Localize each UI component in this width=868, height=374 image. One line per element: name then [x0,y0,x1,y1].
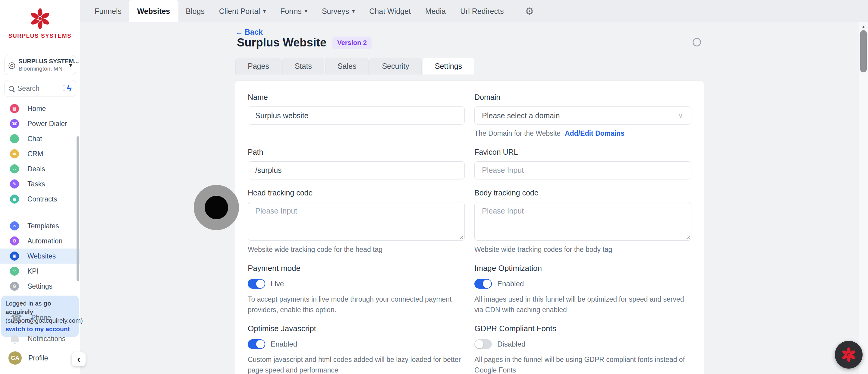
optimise-javascript-state: Enabled [271,340,297,348]
head-tracking-helper: Website wide tracking code for the head … [248,244,465,255]
scroll-up-arrow-icon[interactable]: ▲ [859,22,868,29]
sidebar-item-notifications[interactable]: Notifications [0,331,80,346]
sidebar-item-settings[interactable]: ⚙ Settings [0,279,80,294]
tab-stats[interactable]: Stats [282,58,324,75]
sidebar-item-label: KPI [27,267,38,276]
nav-label: Funnels [95,7,121,16]
payment-mode-toggle[interactable] [248,279,265,289]
nav-item-forms[interactable]: Forms ▾ [273,0,315,22]
nav-item-chat-widget[interactable]: Chat Widget [362,0,418,22]
top-navigation: Funnels Websites Blogs Client Portal ▾ F… [80,0,868,22]
back-link[interactable]: ←Back [236,28,263,36]
gdpr-fonts-helper: All pages in the funnel will be using GD… [474,354,691,374]
domain-helper-text: The Domain for the Website - [474,130,565,137]
sidebar-item-deals[interactable]: ∴ Deals [0,161,80,176]
website-tabs: Pages Stats Sales Security Settings [236,58,474,75]
sidebar-item-label: Deals [27,165,45,173]
nav-item-funnels[interactable]: Funnels [87,0,129,22]
chevron-down-icon: ∨ [678,111,683,120]
gdpr-fonts-label: GDPR Compliant Fonts [474,324,691,333]
domain-field: Domain Please select a domain ∨ The Doma… [474,93,691,139]
nav-item-url-redirects[interactable]: Url Redirects [453,0,511,22]
sidebar-scrollbar[interactable] [76,136,79,281]
location-city: Bloomington, MN [19,65,66,72]
sidebar-item-templates[interactable]: ✉ Templates [0,219,80,233]
sidebar-secondary-menu: ✉ Templates ⚙ Automation ▣ Websites ∵ KP… [0,219,80,294]
domain-helper: The Domain for the Website -Add/Edit Dom… [474,128,691,139]
nav-item-client-portal[interactable]: Client Portal ▾ [212,0,273,22]
location-pin-icon: ◎ [8,61,16,69]
tab-security[interactable]: Security [370,58,421,75]
sidebar-item-label: Contracts [27,195,57,203]
body-tracking-field: Body tracking code Website wide tracking… [474,189,691,255]
sidebar-item-label: Settings [27,282,53,290]
sidebar-item-home[interactable]: ▦ Home [0,101,80,116]
sidebar-item-label: Tasks [27,180,45,188]
phone-label: Phone [31,314,51,322]
gdpr-fonts-toggle[interactable] [474,339,492,349]
contact-person-icon: ☻ [10,149,19,159]
name-label: Name [248,93,465,102]
browser-window-icon: ▣ [10,252,19,261]
domain-select[interactable]: Please select a domain ∨ [474,107,691,124]
sidebar-item-chat[interactable]: … Chat [0,131,80,146]
phone-icon: ☎ [11,313,22,323]
payment-mode-helper: To accept payments in live mode through … [248,294,465,315]
scrollbar-thumb[interactable] [860,30,867,73]
add-edit-domains-link[interactable]: Add/Edit Domains [565,130,624,137]
quick-actions-bolt-icon[interactable]: ϟ [67,83,72,93]
tab-settings[interactable]: Settings [423,58,474,75]
sidebar-item-tasks[interactable]: ✎ Tasks [0,176,80,192]
optimise-javascript-toggle[interactable] [248,339,265,349]
nav-item-websites[interactable]: Websites [129,0,179,22]
nav-item-surveys[interactable]: Surveys ▾ [315,0,362,22]
sidebar-item-automation[interactable]: ⚙ Automation [0,233,80,249]
favicon-input[interactable] [474,161,691,179]
settings-card: Name Domain Please select a domain ∨ The… [235,81,704,374]
sidebar: SURPLUS SYSTEMS ◎ SURPLUS SYSTEM... Bloo… [0,0,80,374]
notifications-label: Notifications [28,335,65,343]
body-tracking-textarea[interactable] [474,202,691,241]
search-input[interactable]: Search ϟ [4,80,76,97]
pipeline-icon: ∴ [10,164,19,173]
nav-label: Surveys [322,7,349,16]
sidebar-item-profile[interactable]: GA Profile [0,350,80,366]
avatar: GA [8,351,22,365]
sidebar-item-contracts[interactable]: ≣ Contracts [0,192,80,207]
domain-select-placeholder: Please select a domain [482,111,560,120]
toggle-knob [256,280,265,288]
path-field: Path [248,148,465,179]
chevron-down-icon: ▾ [352,8,355,15]
sidebar-item-label: Websites [27,252,56,260]
image-optimization-toggle[interactable] [474,279,492,289]
settings-gear-icon[interactable]: ⚙ [525,5,534,17]
head-tracking-textarea[interactable] [248,202,465,241]
optimise-javascript-label: Optimise Javascript [248,324,465,333]
vertical-scrollbar[interactable]: ▲ [859,22,868,374]
back-arrow-icon: ← [236,28,243,36]
nav-label: Url Redirects [460,7,504,16]
location-switcher[interactable]: ◎ SURPLUS SYSTEM... Bloomington, MN ▾ [4,55,76,75]
pencil-task-icon: ✎ [10,179,19,189]
path-input[interactable] [248,161,465,179]
tab-sales[interactable]: Sales [325,58,369,75]
sidebar-collapse-button[interactable]: ‹ [72,352,86,366]
sidebar-item-power-dialer[interactable]: ☎ Power Dialer [0,116,80,131]
floating-brand-widget[interactable] [835,341,863,369]
nav-item-blogs[interactable]: Blogs [179,0,212,22]
recording-camera-bubble[interactable] [194,185,239,230]
profile-label: Profile [28,354,48,362]
circle-status-icon[interactable] [692,38,701,47]
name-input[interactable] [248,107,465,124]
sidebar-item-websites[interactable]: ▣ Websites [0,249,80,264]
sidebar-item-crm[interactable]: ☻ CRM [0,146,80,161]
chevron-down-icon: ▾ [305,8,307,15]
favicon-label: Favicon URL [474,148,691,156]
sidebar-item-kpi[interactable]: ∵ KPI [0,264,80,279]
nav-item-media[interactable]: Media [418,0,453,22]
tab-pages[interactable]: Pages [236,58,281,75]
recording-camera-off-dot [205,196,228,219]
automation-flow-icon: ⚙ [10,236,19,246]
toggle-knob [475,340,484,348]
sidebar-item-phone[interactable]: ☎ Phone [0,310,80,325]
